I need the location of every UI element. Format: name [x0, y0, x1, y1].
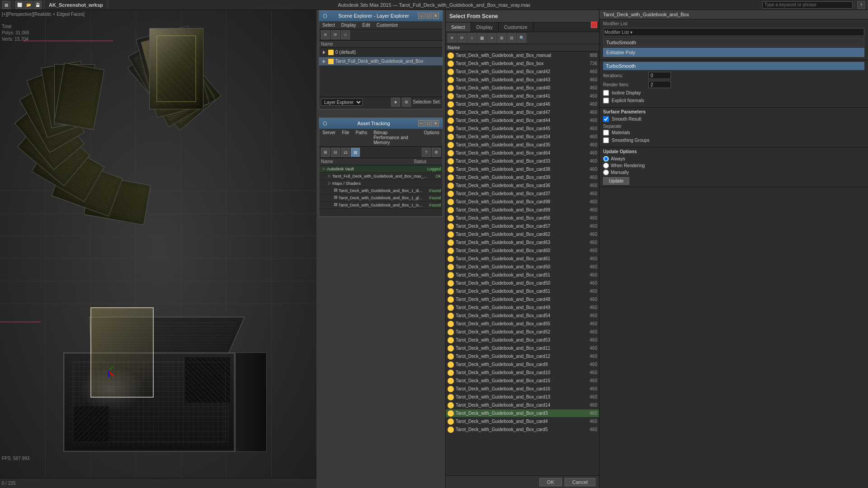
asset-item-maps[interactable]: ▷ Maps / Shaders [319, 180, 443, 187]
layer-list[interactable]: 0 (default) Tarot_Full_Deck_with_Guidebo… [319, 48, 443, 97]
scene-object-item[interactable]: Tarot_Deck_with_Guidebook_and_Box_card13… [446, 393, 599, 401]
cancel-button[interactable]: Cancel [565, 478, 595, 486]
scene-object-item[interactable]: Tarot_Deck_with_Guidebook_and_Box_card49… [446, 304, 599, 312]
scene-object-item[interactable]: Tarot_Deck_with_Guidebook_and_Box_card56… [446, 214, 599, 222]
help-btn[interactable]: ? [857, 1, 865, 9]
sfs-btn7[interactable]: ⊟ [507, 33, 516, 42]
se-bottom-btn2[interactable]: ⚙ [402, 98, 411, 107]
scene-object-item[interactable]: Tarot_Deck_with_Guidebook_and_Box_card60… [446, 247, 599, 255]
asset-tracking-title-bar[interactable]: ⬡ Asset Tracking ─ □ ✕ [319, 118, 443, 129]
materials-checkbox[interactable] [603, 130, 609, 136]
render-iters-input[interactable] [648, 81, 671, 88]
scene-object-item[interactable]: Tarot_Deck_with_Guidebook_and_Box_card34… [446, 409, 599, 418]
scene-object-item[interactable]: Tarot_Deck_with_Guidebook_and_Box_card62… [446, 230, 599, 239]
scene-object-item[interactable]: Tarot_Deck_with_Guidebook_and_Box_card33… [446, 157, 599, 165]
scene-object-item[interactable]: Tarot_Deck_with_Guidebook_and_Box_card98… [446, 198, 599, 206]
scene-explorer-menu-customize[interactable]: Customize [375, 22, 399, 28]
asset-item-di[interactable]: 🖼 Tarot_Deck_with_Guidebook_and_Box_1_di… [319, 187, 443, 194]
scene-object-item[interactable]: Tarot_Deck_with_Guidebook_and_Box_card46… [446, 100, 599, 108]
when-rendering-radio[interactable] [603, 163, 609, 169]
iterations-input[interactable] [648, 72, 671, 79]
scene-object-item[interactable]: Tarot_Deck_with_Guidebook_and_Box_card53… [446, 336, 599, 344]
se-toolbar-btn3[interactable]: ☆ [341, 30, 350, 39]
scene-object-item[interactable]: Tarot_Deck_with_Guidebook_and_Box_card11… [446, 344, 599, 352]
scene-object-item[interactable]: Tarot_Deck_with_Guidebook_and_Box_card94… [446, 361, 599, 369]
scene-object-item[interactable]: Tarot_Deck_with_Guidebook_and_Box_card48… [446, 296, 599, 304]
scene-object-item[interactable]: Tarot_Deck_with_Guidebook_and_Box_card10… [446, 369, 599, 377]
asset-item-max[interactable]: ▷ Tarot_Full_Deck_with_Guidebook_and_Box… [319, 173, 443, 180]
tab-customize[interactable]: Customize [499, 23, 533, 32]
scene-object-item[interactable]: Tarot_Deck_with_Guidebook_and_Box_card52… [446, 328, 599, 336]
asset-tracking-minimize-btn[interactable]: ─ [418, 120, 425, 127]
scene-object-item[interactable]: Tarot_Deck_with_Guidebook_and_Box_card54… [446, 312, 599, 320]
search-input[interactable] [762, 1, 853, 9]
scene-explorer-title-bar[interactable]: ⬡ Scene Explorer - Layer Explorer ─ □ ✕ [319, 10, 443, 21]
at-menu-options[interactable]: Options [423, 130, 441, 145]
layer-item-tarot[interactable]: Tarot_Full_Deck_with_Guidebook_and_Box [319, 57, 443, 66]
scene-object-item[interactable]: Tarot_Deck_with_Guidebook_and_Box_card39… [446, 174, 599, 182]
scene-object-item[interactable]: Tarot_Deck_with_Guidebook_and_Box_card47… [446, 108, 599, 117]
at-menu-bitmap[interactable]: Bitmap Performance and Memory [372, 130, 415, 145]
scene-object-item[interactable]: Tarot_Deck_with_Guidebook_and_Box_card14… [446, 401, 599, 409]
explorer-type-dropdown[interactable]: Layer Explorer [321, 99, 363, 106]
sfs-btn6[interactable]: ⊞ [497, 33, 506, 42]
se-toolbar-btn1[interactable]: ✕ [321, 30, 330, 39]
asset-item-io[interactable]: 🖼 Tarot_Deck_with_Guidebook_and_Box_1_io… [319, 202, 443, 209]
modifier-list-dropdown[interactable]: Modifier List ▾ [603, 28, 864, 36]
scene-object-item[interactable]: Tarot_Deck_with_Guidebook_and_Box_card37… [446, 190, 599, 198]
scene-object-item[interactable]: Tarot_Deck_with_Guidebook_and_Box_card38… [446, 165, 599, 174]
update-button[interactable]: Update [603, 177, 629, 185]
sfs-btn1[interactable]: ✕ [448, 33, 457, 42]
scene-object-item[interactable]: Tarot_Deck_with_Guidebook_and_Box_card44… [446, 117, 599, 125]
se-toolbar-btn2[interactable]: ⟳ [331, 30, 340, 39]
sfs-btn2[interactable]: ⟳ [458, 33, 467, 42]
scene-object-item[interactable]: Tarot_Deck_with_Guidebook_and_Box_card51… [446, 287, 599, 296]
scene-object-item[interactable]: Tarot_Deck_with_Guidebook_and_Box_card34… [446, 133, 599, 141]
scene-explorer-minimize-btn[interactable]: ─ [418, 13, 425, 19]
scene-explorer-close-btn[interactable]: ✕ [433, 13, 439, 19]
at-toolbar-btn4[interactable]: ▦ [351, 148, 360, 157]
scene-object-item[interactable]: Tarot_Deck_with_Guidebook_and_Box_card99… [446, 206, 599, 214]
scene-object-item[interactable]: Tarot_Deck_with_Guidebook_and_Box_card45… [446, 125, 599, 133]
sfs-btn5[interactable]: ≡ [487, 33, 496, 42]
scene-object-item[interactable]: Tarot_Deck_with_Guidebook_and_Box_card64… [446, 149, 599, 157]
isoline-checkbox[interactable] [603, 90, 609, 96]
scene-object-item[interactable]: Tarot_Deck_with_Guidebook_and_Box_card41… [446, 92, 599, 100]
scene-object-item[interactable]: Tarot_Deck_with_Guidebook_and_Box_card51… [446, 271, 599, 279]
smooth-result-checkbox[interactable] [603, 116, 609, 122]
sfs-btn4[interactable]: ▦ [477, 33, 486, 42]
scene-object-item[interactable]: Tarot_Deck_with_Guidebook_and_Box_box736 [446, 60, 599, 68]
app-menu-btn[interactable]: ▦ [2, 1, 10, 9]
asset-item-vault[interactable]: ▷ Autodesk Vault Logged [319, 165, 443, 173]
scene-explorer-maximize-btn[interactable]: □ [425, 13, 432, 19]
explicit-normals-checkbox[interactable] [603, 98, 609, 103]
scene-object-list[interactable]: Tarot_Deck_with_Guidebook_and_Box_manual… [446, 52, 599, 457]
save-btn[interactable]: 💾 [33, 1, 42, 9]
scene-object-item[interactable]: Tarot_Deck_with_Guidebook_and_Box_card35… [446, 141, 599, 149]
scene-object-item[interactable]: Tarot_Deck_with_Guidebook_and_Box_card40… [446, 84, 599, 92]
modifier-editable-poly[interactable]: Editable Poly [603, 48, 864, 57]
scene-object-item[interactable]: Tarot_Deck_with_Guidebook_and_Box_manual… [446, 52, 599, 60]
layer-item-default[interactable]: 0 (default) [319, 48, 443, 57]
at-menu-paths[interactable]: Paths [354, 130, 369, 145]
tab-display[interactable]: Display [471, 23, 499, 32]
scene-object-item[interactable]: Tarot_Deck_with_Guidebook_and_Box_card16… [446, 385, 599, 393]
asset-tracking-close-btn[interactable]: ✕ [433, 120, 439, 127]
scene-object-item[interactable]: Tarot_Deck_with_Guidebook_and_Box_card15… [446, 377, 599, 385]
asset-tracking-maximize-btn[interactable]: □ [425, 120, 432, 127]
asset-item-gl[interactable]: 🖼 Tarot_Deck_with_Guidebook_and_Box_1_gl… [319, 194, 443, 202]
at-toolbar-btn3[interactable]: 🗂 [341, 148, 350, 157]
at-menu-server[interactable]: Server [321, 130, 337, 145]
sfs-btn8[interactable]: 🔍 [517, 33, 526, 42]
at-toolbar-btn1[interactable]: ⊞ [321, 148, 330, 157]
at-toolbar-btn2[interactable]: ⊟ [331, 148, 340, 157]
scene-object-item[interactable]: Tarot_Deck_with_Guidebook_and_Box_card44… [446, 418, 599, 426]
scene-object-item[interactable]: Tarot_Deck_with_Guidebook_and_Box_card12… [446, 352, 599, 361]
scene-explorer-menu-edit[interactable]: Edit [361, 22, 372, 28]
select-from-scene-close-btn[interactable] [591, 22, 597, 28]
always-radio[interactable] [603, 156, 609, 162]
scene-explorer-menu-display[interactable]: Display [340, 22, 358, 28]
manually-option[interactable]: Manually [603, 169, 864, 175]
open-btn[interactable]: 📂 [24, 1, 33, 9]
at-toolbar-btn6[interactable]: ⚙ [432, 148, 441, 157]
